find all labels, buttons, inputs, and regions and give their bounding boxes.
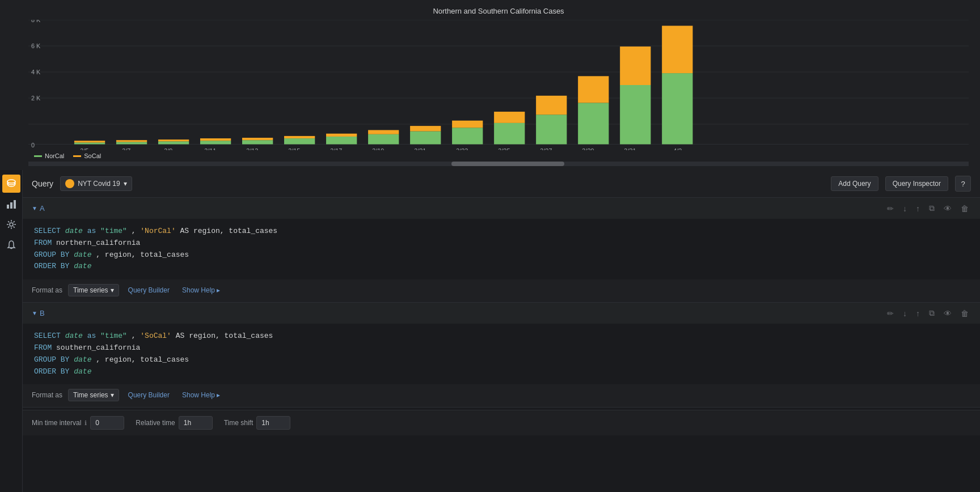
- svg-rect-35: [578, 103, 609, 144]
- query-a-format-label: Format as: [32, 286, 62, 294]
- svg-rect-34: [536, 96, 567, 114]
- query-b-editor[interactable]: SELECT date as "time" , 'SoCal' AS regio…: [23, 324, 980, 384]
- datasource-label: NYT Covid 19: [78, 180, 120, 188]
- svg-rect-31: [494, 123, 525, 145]
- bottom-bar: Min time interval ℹ Relative time Time s…: [23, 410, 980, 435]
- query-b-label: B: [40, 309, 45, 317]
- svg-rect-40: [662, 26, 692, 73]
- svg-rect-17: [200, 141, 231, 144]
- svg-rect-15: [158, 141, 189, 144]
- query-b-hide-icon[interactable]: 👁: [941, 308, 954, 319]
- svg-rect-30: [452, 121, 483, 128]
- sidebar-icon-stack[interactable]: [2, 175, 20, 193]
- datasource-select[interactable]: NYT Covid 19 ▾: [60, 176, 132, 191]
- query-a-show-help-btn[interactable]: Show Help ▸: [179, 285, 223, 296]
- query-a-down-icon[interactable]: ↓: [901, 203, 909, 214]
- query-b-up-icon[interactable]: ↑: [914, 308, 922, 319]
- sidebar-icon-gear[interactable]: [2, 215, 20, 234]
- time-shift-field: Time shift: [224, 416, 291, 430]
- legend-norcal-color: [34, 155, 42, 157]
- min-time-interval-field: Min time interval ℹ: [32, 416, 124, 430]
- chart-container: Northern and Southern California Cases 8…: [0, 0, 980, 170]
- chart-legend: NorCal SoCal: [28, 152, 969, 159]
- query-b-header[interactable]: ▼ B ✏ ↓ ↑ ⧉ 👁 🗑: [23, 303, 980, 324]
- svg-rect-21: [284, 138, 315, 144]
- query-inspector-button[interactable]: Query Inspector: [885, 176, 948, 191]
- bar-chart-icon: [6, 199, 16, 209]
- time-shift-input[interactable]: [256, 416, 290, 430]
- query-a-builder-btn[interactable]: Query Builder: [125, 285, 173, 296]
- sidebar-icon-chart[interactable]: [2, 195, 20, 213]
- svg-text:4/2: 4/2: [673, 147, 682, 150]
- query-b-line1: SELECT date as "time" , 'SoCal' AS regio…: [34, 330, 969, 342]
- bell-icon: [6, 240, 16, 250]
- help-button[interactable]: ?: [955, 176, 971, 192]
- query-a-up-icon[interactable]: ↑: [914, 203, 922, 214]
- query-b-edit-icon[interactable]: ✏: [885, 308, 896, 319]
- sidebar-icon-bell[interactable]: [2, 236, 20, 254]
- legend-norcal-label: NorCal: [45, 152, 64, 159]
- svg-rect-20: [242, 138, 273, 140]
- min-time-interval-info-icon[interactable]: ℹ: [85, 419, 87, 427]
- svg-text:3/15: 3/15: [288, 147, 300, 150]
- query-a-hide-icon[interactable]: 👁: [941, 203, 954, 214]
- query-b-format-bar: Format as Time series ▾ Query Builder Sh…: [23, 384, 980, 407]
- main-panel: Query NYT Covid 19 ▾ Add Query Query Ins…: [0, 170, 980, 492]
- query-b-format-value: Time series: [73, 391, 108, 399]
- relative-time-input[interactable]: [179, 416, 213, 430]
- legend-socal: SoCal: [73, 152, 101, 159]
- query-b-format-label: Format as: [32, 391, 62, 399]
- scrollbar-thumb[interactable]: [451, 162, 564, 166]
- svg-text:3/27: 3/27: [540, 147, 552, 150]
- svg-rect-25: [368, 134, 399, 145]
- chart-area: 8 K 6 K 4 K 2 K 0: [28, 20, 969, 150]
- main-content: Query NYT Covid 19 ▾ Add Query Query Ins…: [23, 170, 980, 492]
- svg-text:3/5: 3/5: [80, 147, 88, 150]
- min-time-interval-label: Min time interval: [32, 419, 81, 427]
- query-b-line2: FROM southern_california: [34, 342, 969, 354]
- time-shift-label: Time shift: [224, 419, 254, 427]
- query-b-format-select[interactable]: Time series ▾: [68, 389, 119, 401]
- query-b-copy-icon[interactable]: ⧉: [927, 307, 937, 319]
- query-a-actions: ✏ ↓ ↑ ⧉ 👁 🗑: [885, 202, 971, 214]
- query-a-format-select[interactable]: Time series ▾: [68, 284, 119, 296]
- svg-text:3/21: 3/21: [414, 147, 426, 150]
- query-a-editor[interactable]: SELECT date as "time" , 'NorCal' AS regi…: [23, 219, 980, 279]
- query-b-show-help-btn[interactable]: Show Help ▸: [179, 389, 223, 401]
- query-b-line3: GROUP BY date , region, total_cases: [34, 354, 969, 366]
- svg-point-60: [10, 223, 13, 226]
- query-a-line1: SELECT date as "time" , 'NorCal' AS regi…: [34, 226, 969, 237]
- chart-scrollbar[interactable]: [28, 162, 969, 166]
- query-b-actions: ✏ ↓ ↑ ⧉ 👁 🗑: [885, 307, 971, 319]
- svg-rect-13: [116, 142, 147, 144]
- svg-text:8 K: 8 K: [31, 20, 41, 23]
- svg-text:3/11: 3/11: [204, 147, 216, 150]
- relative-time-label: Relative time: [136, 419, 175, 427]
- query-a-line3: GROUP BY date , region, total_cases: [34, 249, 969, 261]
- svg-rect-32: [494, 112, 525, 123]
- svg-text:0: 0: [31, 141, 35, 148]
- datasource-icon: [65, 179, 74, 188]
- query-a-format-chevron: ▾: [111, 286, 114, 294]
- legend-norcal: NorCal: [34, 152, 64, 159]
- min-time-interval-input[interactable]: [90, 416, 124, 430]
- query-a-collapse-icon: ▼: [32, 205, 37, 211]
- svg-rect-24: [326, 134, 357, 137]
- query-a-delete-icon[interactable]: 🗑: [958, 203, 971, 214]
- svg-rect-59: [14, 200, 16, 209]
- query-a-copy-icon[interactable]: ⧉: [927, 202, 937, 214]
- query-b-down-icon[interactable]: ↓: [901, 308, 909, 319]
- query-a-format-bar: Format as Time series ▾ Query Builder Sh…: [23, 279, 980, 302]
- gear-icon: [6, 219, 16, 230]
- svg-rect-58: [10, 202, 12, 209]
- relative-time-field: Relative time: [136, 416, 212, 430]
- svg-text:2 K: 2 K: [31, 95, 41, 101]
- query-b-builder-btn[interactable]: Query Builder: [125, 389, 173, 401]
- svg-text:3/19: 3/19: [372, 147, 384, 150]
- query-b-delete-icon[interactable]: 🗑: [958, 308, 971, 319]
- svg-rect-37: [620, 85, 650, 145]
- svg-rect-11: [74, 142, 105, 144]
- query-a-header[interactable]: ▼ A ✏ ↓ ↑ ⧉ 👁 🗑: [23, 198, 980, 219]
- query-a-edit-icon[interactable]: ✏: [885, 203, 896, 214]
- add-query-button[interactable]: Add Query: [831, 176, 878, 191]
